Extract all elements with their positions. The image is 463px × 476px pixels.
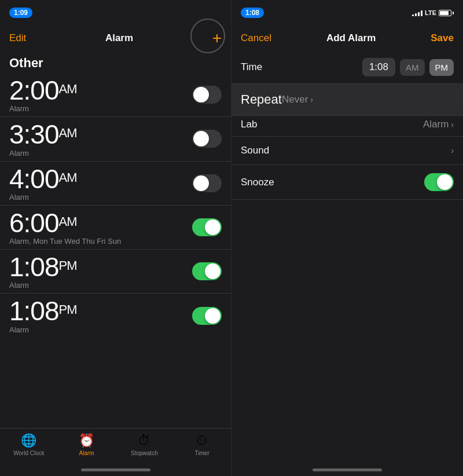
alarm-label: Alarm [9, 193, 77, 202]
tab-stopwatch[interactable]: ⏱ Stopwatch [116, 433, 174, 456]
add-alarm-title: Add Alarm [326, 32, 376, 44]
alarm-time: 4:00AM [9, 165, 77, 193]
alarm-time: 1:08PM [9, 253, 77, 281]
snooze-toggle[interactable] [424, 173, 454, 191]
alarm-label-value: Alarm [423, 119, 449, 130]
alarm-info: 2:00AM Alarm [9, 76, 77, 113]
save-button[interactable]: Save [431, 32, 454, 44]
alarm-time: 1:08PM [9, 297, 77, 325]
alarm-list: 2:00AM Alarm 3:30AM Alarm 4:00AM Alarm 6… [0, 73, 231, 338]
time-display: 1:08 AM PM [362, 58, 454, 76]
alarm-toggle[interactable] [192, 262, 222, 280]
status-right-group: LTE [412, 9, 454, 16]
repeat-label: Repeat [241, 92, 282, 107]
alarm-label: Alarm [9, 281, 77, 290]
ampm: AM [59, 82, 77, 96]
tab-alarm[interactable]: ⏰ Alarm [58, 433, 116, 456]
sound-row[interactable]: Sound › [232, 137, 463, 165]
alarm-toggle[interactable] [192, 307, 222, 325]
pm-button[interactable]: PM [429, 59, 454, 76]
section-header-other: Other [0, 51, 231, 73]
ampm: AM [59, 215, 77, 228]
ampm: PM [59, 259, 77, 272]
alarm-item[interactable]: 6:00AM Alarm, Mon Tue Wed Thu Fri Sun [0, 206, 231, 250]
ampm: PM [59, 303, 77, 316]
snooze-label: Snooze [241, 177, 424, 188]
battery-icon [439, 10, 454, 16]
right-phone: 1:08 LTE Cancel Add Alarm Save Time [232, 0, 463, 476]
label-row[interactable]: Lab Alarm › [232, 116, 463, 137]
sound-chevron: › [451, 146, 454, 155]
status-time-left: 1:09 [9, 8, 32, 18]
alarm-toggle[interactable] [192, 174, 222, 192]
tab-timer-label: Timer [195, 450, 210, 456]
alarm-info: 4:00AM Alarm [9, 165, 77, 202]
alarm-time: 3:30AM [9, 120, 77, 148]
left-phone: 1:09 Edit Alarm + Other 2:00AM Alarm 3:3… [0, 0, 232, 476]
alarm-item[interactable]: 1:08PM Alarm [0, 250, 231, 294]
snooze-row[interactable]: Snooze [232, 165, 463, 200]
alarm-info: 3:30AM Alarm [9, 120, 77, 157]
alarm-label: Alarm [9, 149, 77, 158]
edit-button[interactable]: Edit [9, 32, 26, 44]
alarm-label: Alarm [9, 325, 77, 334]
alarm-toggle[interactable] [192, 86, 222, 104]
alarm-toggle[interactable] [192, 130, 222, 148]
home-indicator-right [313, 468, 382, 471]
signal-icon [412, 9, 422, 16]
alarm-icon: ⏰ [79, 433, 94, 448]
alarm-time: 6:00AM [9, 209, 121, 237]
alarm-info: 6:00AM Alarm, Mon Tue Wed Thu Fri Sun [9, 209, 121, 246]
time-picker-row[interactable]: Time 1:08 AM PM [232, 51, 463, 84]
home-indicator-left [81, 468, 150, 471]
world-clock-icon: 🌐 [21, 433, 36, 448]
alarm-item[interactable]: 2:00AM Alarm [0, 73, 231, 117]
alarm-item[interactable]: 3:30AM Alarm [0, 117, 231, 161]
timer-icon: ⏲ [196, 433, 208, 448]
nav-bar-right: Cancel Add Alarm Save [232, 25, 463, 51]
label-row-label: Lab [241, 119, 423, 130]
nav-title-left: Alarm [105, 32, 133, 44]
tab-stopwatch-label: Stopwatch [131, 450, 158, 456]
tab-world-clock[interactable]: 🌐 World Clock [0, 433, 58, 456]
repeat-chevron: › [310, 95, 313, 104]
status-bar-right: 1:08 LTE [232, 0, 463, 25]
label-chevron: › [451, 120, 454, 129]
ampm: AM [59, 171, 77, 184]
tab-alarm-label: Alarm [79, 450, 94, 456]
alarm-info: 1:08PM Alarm [9, 253, 77, 290]
repeat-value: Never [282, 94, 308, 105]
lte-label: LTE [425, 9, 436, 16]
alarm-label: Alarm [9, 104, 77, 113]
sound-label: Sound [241, 145, 451, 156]
stopwatch-icon: ⏱ [138, 433, 150, 448]
alarm-item[interactable]: 4:00AM Alarm [0, 162, 231, 206]
time-label: Time [241, 61, 362, 73]
ampm: AM [59, 126, 77, 140]
alarm-label: Alarm, Mon Tue Wed Thu Fri Sun [9, 237, 121, 246]
tab-timer[interactable]: ⏲ Timer [173, 433, 231, 456]
status-bar-left: 1:09 [0, 0, 231, 25]
repeat-row[interactable]: Repeat Never › [232, 84, 463, 116]
alarm-item[interactable]: 1:08PM Alarm [0, 294, 231, 337]
alarm-toggle[interactable] [192, 218, 222, 236]
alarm-time: 2:00AM [9, 76, 77, 104]
time-value[interactable]: 1:08 [362, 58, 395, 76]
tab-world-clock-label: World Clock [13, 450, 45, 456]
cancel-button[interactable]: Cancel [241, 32, 271, 44]
alarm-info: 1:08PM Alarm [9, 297, 77, 334]
am-button[interactable]: AM [400, 59, 425, 76]
status-left-group: 1:08 [241, 8, 264, 18]
add-button-circle [190, 19, 225, 53]
status-time-right: 1:08 [241, 8, 264, 18]
